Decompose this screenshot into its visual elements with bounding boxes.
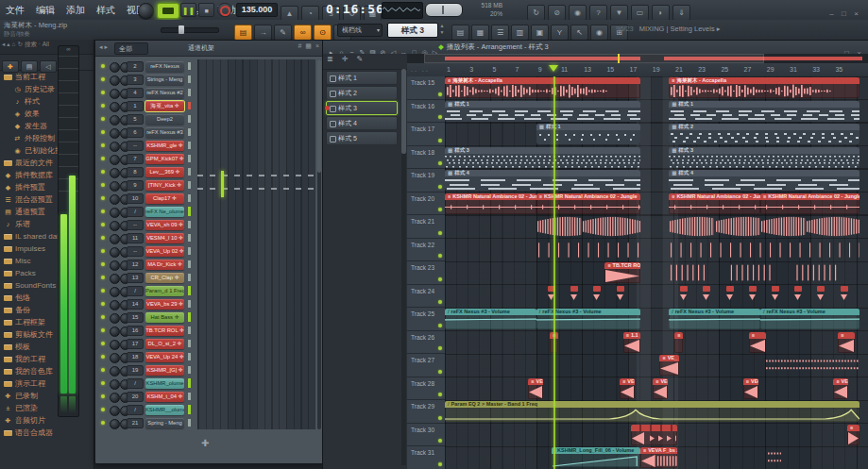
browser-item-12[interactable]: ♪乐谱 (0, 218, 94, 230)
touch-icon[interactable]: ◉ (590, 25, 608, 41)
pan-knob[interactable] (110, 89, 120, 99)
back-icon[interactable]: ◂ (2, 41, 5, 47)
clip-21[interactable] (669, 240, 859, 260)
pan-knob[interactable] (110, 313, 120, 324)
clip-6[interactable]: ▦样式 3 (445, 147, 640, 168)
channel-number[interactable]: 7 (127, 154, 144, 164)
channel-number[interactable]: 16 (127, 326, 144, 336)
track-led[interactable] (438, 254, 442, 258)
browser-item-24[interactable]: 我的音色库 (0, 365, 94, 377)
timeline-ruler[interactable]: -- -- 1357911131517192123252729313335 (407, 63, 868, 77)
channel-button[interactable]: Param_d 1 Freq (145, 286, 184, 296)
clip-14[interactable] (536, 216, 582, 237)
channel-led[interactable] (101, 276, 105, 279)
browser-item-2[interactable]: ♪样式 (0, 95, 94, 108)
channel-button[interactable]: Hat Bass ✛ (145, 312, 184, 323)
browser-item-27[interactable]: ±已渲染 (0, 402, 94, 414)
channel-number[interactable]: 6 (127, 127, 144, 138)
track-header-8[interactable]: Track 23 (407, 261, 445, 285)
channel-button[interactable]: KSHMR_[G] ✛ (145, 365, 184, 376)
channel-mute-indicator[interactable] (188, 312, 191, 322)
pan-knob[interactable] (110, 274, 120, 284)
toggle-playlist-icon[interactable]: ▤ (451, 25, 469, 41)
clip-23[interactable] (669, 262, 859, 283)
track-header-7[interactable]: Track 22 (407, 239, 445, 262)
up-icon[interactable]: ▴ (7, 41, 9, 47)
menu-item-2[interactable]: 添加 (60, 1, 91, 17)
clip-30[interactable]: ≡1.1 (623, 332, 640, 353)
browser-item-17[interactable]: SoundFonts (0, 279, 94, 292)
channel-number[interactable]: 4 (127, 88, 144, 98)
channel-mute-indicator[interactable] (188, 115, 191, 123)
pattern-spinner[interactable]: ▲▼ (438, 23, 446, 36)
track-led[interactable] (438, 346, 442, 350)
channel-number[interactable]: 10 (127, 193, 144, 204)
track-header-13[interactable]: Track 28 (407, 377, 445, 401)
browser-item-11[interactable]: ▤通道预置 (0, 206, 94, 218)
channel-led[interactable] (101, 289, 105, 293)
channel-mute-indicator[interactable] (188, 274, 191, 281)
toggle-browser-icon[interactable]: ▥ (511, 25, 529, 41)
pan-knob[interactable] (110, 208, 120, 218)
channel-number[interactable]: / (127, 378, 144, 389)
pattern-blocks-icon[interactable]: ▤ (234, 25, 252, 41)
channel-button[interactable]: VEVA_sh 09 ✛ (145, 220, 184, 230)
rack-nav-arrows[interactable]: ◂ ▸ (99, 43, 108, 51)
add-channel-button[interactable]: ✚ (201, 438, 209, 448)
channel-led[interactable] (101, 196, 105, 200)
channel-button[interactable]: reFX Nexus #3 (145, 127, 184, 138)
pan-knob[interactable] (110, 115, 120, 126)
clip-36[interactable]: ≡VEC_01 (528, 378, 543, 399)
channel-button[interactable]: GPM_Kick07 ✛ (145, 154, 184, 164)
chat-icon[interactable]: ◗ (652, 5, 670, 21)
clip-43[interactable]: ≡ (847, 425, 859, 445)
channel-number[interactable]: 15 (127, 312, 144, 323)
clip-18[interactable] (760, 216, 806, 237)
pan-knob[interactable] (110, 75, 120, 86)
clip-0[interactable]: ≡海菜树木 - Accapella (445, 77, 640, 98)
pan-knob[interactable] (110, 419, 120, 429)
channel-number[interactable]: -- (127, 220, 144, 230)
helper-dropdown[interactable]: 横档线▾ (337, 24, 383, 37)
track-led[interactable] (438, 300, 442, 304)
track-header-16[interactable]: Track 31 (407, 446, 445, 469)
channel-led[interactable] (101, 209, 105, 213)
channel-mute-indicator[interactable] (188, 340, 191, 347)
typing-keyboard-icon[interactable]: ▭ (631, 5, 649, 21)
master-volume-slider[interactable] (425, 3, 463, 17)
channel-led[interactable] (101, 381, 105, 385)
channel-led[interactable] (101, 394, 105, 398)
browser-item-6[interactable]: ◉已初始化控件 (0, 144, 94, 157)
play-pause-button[interactable]: ❚❚ (180, 3, 196, 17)
picker-scrollbar[interactable] (401, 69, 406, 465)
clip-44[interactable]: /KSHMR_Long_Fill_06 - Volume (552, 447, 640, 468)
browser-item-3[interactable]: ◈效果 (0, 108, 94, 120)
browser-item-26[interactable]: ✚已录制 (0, 390, 94, 402)
track-header-11[interactable]: Track 26 (407, 331, 445, 355)
clip-32[interactable]: ≡ (749, 332, 766, 353)
clip-2[interactable]: ▦样式 1 (445, 101, 640, 122)
browser-item-19[interactable]: 备份 (0, 304, 94, 316)
channel-mute-indicator[interactable] (188, 102, 191, 109)
clip-35[interactable] (765, 355, 859, 376)
clip-17[interactable] (715, 216, 760, 237)
rack-filter-dropdown[interactable]: 全部 (114, 42, 148, 55)
channel-led[interactable] (101, 302, 105, 306)
track-header-2[interactable]: Track 17 (407, 123, 445, 146)
track-header-5[interactable]: Track 20 (407, 193, 445, 216)
channel-number[interactable]: 21 (127, 418, 144, 428)
browser-item-25[interactable]: 演示工程 (0, 377, 94, 390)
clip-37[interactable]: ≡VEC_01 (620, 378, 635, 399)
channel-mute-indicator[interactable] (188, 327, 191, 334)
channel-led[interactable] (101, 355, 105, 359)
pan-knob[interactable] (110, 62, 120, 73)
pan-knob[interactable] (110, 353, 120, 363)
channel-number[interactable]: 9 (127, 180, 144, 191)
clip-41[interactable]: /Param EQ 2 > Master - Band 1 Freq (445, 401, 859, 422)
channel-button[interactable]: Lev__369 ✛ (145, 167, 184, 177)
channel-mute-indicator[interactable] (188, 207, 191, 216)
clip-16[interactable] (669, 216, 714, 237)
clip-25[interactable]: /reFX Nexus #3 - Volume (445, 309, 536, 329)
track-header-0[interactable]: Track 15 (407, 76, 445, 100)
pan-knob[interactable] (110, 327, 120, 337)
